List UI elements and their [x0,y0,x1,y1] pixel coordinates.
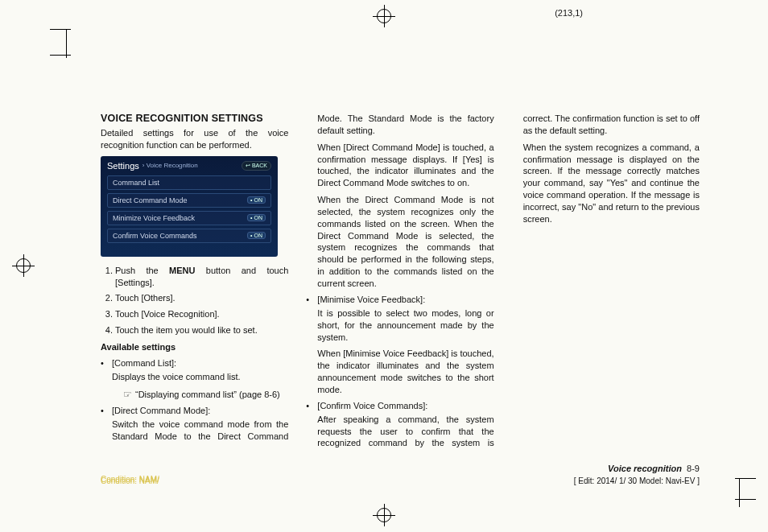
panel-row-command-list: Command List [107,175,271,190]
panel-row-label: Direct Command Mode [113,196,188,204]
section-footer: Voice recognition 8-9 [608,464,700,473]
bullet-label: [Direct Command Mode]: [112,406,210,415]
panel-row-direct-command: Direct Command Mode • ON [107,193,271,208]
settings-bullets: [Minimise Voice Feedback]: [306,295,493,304]
edit-stamp: [ Edit: 2014/ 1/ 30 Model: Navi-EV ] [574,476,700,485]
bullet-direct-command: [Direct Command Mode]: [101,406,288,415]
intro-text: Detailed settings for use of the voice r… [101,127,288,151]
panel-back-button: ↩ BACK [242,161,271,171]
page-body: VOICE RECOGNITION SETTINGS Detailed sett… [101,113,700,460]
settings-screenshot: Settings Voice Recognition ↩ BACK Comman… [101,156,278,257]
step-2: Touch [Others]. [115,292,288,304]
panel-toggle: • ON [247,232,266,239]
bullet-para: When the Direct Command Mode is not sele… [306,194,493,290]
panel-row-label: Minimize Voice Feedback [113,214,195,222]
settings-bullets: [Command List]: [101,358,288,368]
bullet-para: When the system recognizes a command, a … [512,142,700,225]
section-name: Voice recognition [608,464,682,473]
panel-breadcrumb: Voice Recognition [142,162,198,169]
panel-toggle: • ON [247,214,266,221]
settings-bullets: [Confirm Voice Commands]: [306,401,493,410]
bullet-desc: Displays the voice command list. [101,371,288,383]
xref-text: “Displaying command list” (page 8-6) [135,390,280,399]
panel-toggle: • ON [247,196,266,204]
bullet-command-list: [Command List]: [101,358,288,368]
bullet-label: [Minimise Voice Feedback]: [317,295,425,304]
step-1: Push the MENU button and touch [Settings… [115,265,288,289]
pointer-icon: ☞ [123,389,132,400]
panel-title: Settings [107,161,139,171]
bullet-label: [Command List]: [112,358,176,368]
panel-row-confirm-commands: Confirm Voice Commands • ON [107,229,271,243]
section-page: 8-9 [687,464,700,473]
step-4: Touch the item you would like to set. [115,324,288,336]
bullet-minimise-feedback: [Minimise Voice Feedback]: [306,295,493,304]
page-coordinate: (213,1) [555,8,583,18]
available-settings-heading: Available settings [101,341,288,353]
bullet-confirm-commands: [Confirm Voice Commands]: [306,401,493,410]
step-3: Touch [Voice Recognition]. [115,308,288,320]
bullet-para: When [Minimise Voice Feedback] is touche… [306,348,493,395]
settings-bullets: [Direct Command Mode]: [101,406,288,415]
panel-row-minimize-feedback: Minimize Voice Feedback • ON [107,211,271,225]
bullet-desc: It is possible to select two modes, long… [306,307,493,344]
bullet-label: [Confirm Voice Commands]: [317,401,427,410]
step-list: Push the MENU button and touch [Settings… [101,265,288,336]
panel-row-label: Command List [113,179,159,187]
menu-bold: MENU [169,266,195,275]
section-heading: VOICE RECOGNITION SETTINGS [101,113,288,124]
condition-stamp: Condition: NAM/ [101,476,159,485]
step-text: Push the [115,266,169,275]
cross-ref: ☞“Displaying command list” (page 8-6) [101,388,288,401]
bullet-para: When [Direct Command Mode] is touched, a… [306,142,493,189]
panel-row-label: Confirm Voice Commands [113,232,197,240]
